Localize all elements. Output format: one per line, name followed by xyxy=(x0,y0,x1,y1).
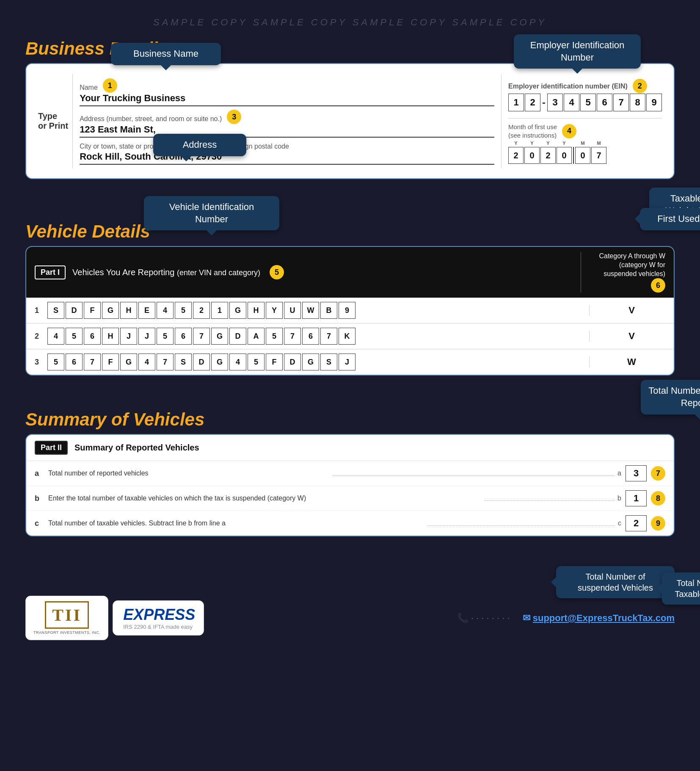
city-field-label: City or town, state or province, country… xyxy=(80,143,494,150)
month-m1: M 0 xyxy=(575,147,590,164)
first-used-tooltip: First Used Month xyxy=(640,208,700,230)
business-section: Business Details Employer Identification… xyxy=(25,39,675,179)
summary-section-title: Summary of Vehicles xyxy=(25,409,675,430)
city-value: Rock Hill, South Carolina, 29730 xyxy=(80,151,494,165)
summary-header: Part II Summary of Reported Vehicles xyxy=(26,435,674,461)
month-y4: Y 0 xyxy=(557,147,572,164)
line-b-value: 1 xyxy=(626,490,647,506)
address-tooltip-text: Address xyxy=(183,139,217,150)
vehicle-header-badge: 5 xyxy=(270,265,284,279)
ein-tooltip-text: Employer IdentificationNumber xyxy=(530,40,625,63)
express-logo-sub: IRS 2290 & IFTA made easy xyxy=(123,624,195,630)
business-form-card: Business Name Address First Used Month T… xyxy=(25,63,675,179)
month-y3: Y 2 xyxy=(540,147,556,164)
total-reported-tooltip-text: Total Number of VehiclesReported xyxy=(648,385,700,408)
line-b-dots xyxy=(484,496,614,501)
ein-boxes: 1 2 - 3 4 5 6 7 8 9 xyxy=(508,94,662,111)
ein-digit-4: 4 xyxy=(564,94,579,111)
address-value: 123 East Main St, xyxy=(80,124,494,138)
summary-header-text: Summary of Reported Vehicles xyxy=(74,443,199,453)
line-c-badge: 9 xyxy=(651,516,665,531)
vin-category-1: V xyxy=(589,305,674,316)
total-reported-tooltip: Total Number of VehiclesReported xyxy=(641,380,700,414)
month-badge: 4 xyxy=(562,124,576,138)
ein-digit-2: 2 xyxy=(525,94,540,111)
business-name-tooltip-text: Business Name xyxy=(133,48,198,59)
month-divider xyxy=(573,147,574,164)
ein-dash: - xyxy=(542,97,546,108)
tii-logo-border: TII xyxy=(45,601,89,629)
business-name-tooltip: Business Name xyxy=(111,43,221,65)
vin-category-3: W xyxy=(589,356,674,368)
suspended-tooltip-text: Total Number of suspended Vehicles xyxy=(578,572,653,592)
business-name-value: Your Trucking Business xyxy=(80,93,494,106)
line-b-box-group: b 1 8 xyxy=(617,490,665,506)
vin-row-num-3: 3 xyxy=(35,358,47,367)
ein-digit-7: 7 xyxy=(613,94,629,111)
part-i-badge: Part I xyxy=(35,265,66,279)
line-c-box-label: c xyxy=(618,520,621,527)
line-a-dots xyxy=(333,471,615,476)
summary-line-b: b Enter the total number of taxable vehi… xyxy=(26,486,674,511)
vehicle-form-card: Part I Vehicles You Are Reporting (enter… xyxy=(25,246,675,376)
summary-form-card: Part II Summary of Reported Vehicles a T… xyxy=(25,434,675,536)
vehicle-section: Vehicle Details Vehicle Identification N… xyxy=(25,221,675,376)
vin-tooltip: Vehicle Identification Number xyxy=(144,196,279,230)
footer-phone-icon: 📞 · · · · · · · · xyxy=(457,613,510,624)
ein-digit-5: 5 xyxy=(580,94,596,111)
vin-row-3: 3 5 6 7 F G 4 7 S D G 4 5 F D G xyxy=(26,349,674,375)
address-tooltip: Address xyxy=(153,134,246,156)
footer-contact: 📞 · · · · · · · · ✉ support@ExpressTruck… xyxy=(457,613,675,624)
line-b-badge: 8 xyxy=(651,491,665,506)
city-field-container: City or town, state or province, country… xyxy=(80,143,494,165)
summary-line-c: c Total number of taxable vehicles. Subt… xyxy=(26,511,674,536)
address-badge: 3 xyxy=(227,110,241,124)
tii-logo-text: TII xyxy=(52,605,82,625)
line-c-box-group: c 2 9 xyxy=(618,515,665,531)
month-field-container: Month of first use(see instructions) 4 Y… xyxy=(508,118,662,164)
line-a-badge: 7 xyxy=(651,466,665,481)
vin-chars-1: S D F G H E 4 5 2 1 G H Y U W B 9 xyxy=(47,302,589,319)
category-badge: 6 xyxy=(651,278,665,293)
business-main-fields: Name 1 Your Trucking Business Address (n… xyxy=(73,74,501,168)
footer-logos: TII TRANSPORT INVESTMENTS, INC. EXPRESS … xyxy=(25,596,204,640)
month-y1: Y 2 xyxy=(508,147,524,164)
line-c-dots xyxy=(427,521,615,526)
name-field-header: Name 1 xyxy=(80,78,494,93)
ein-digit-1: 1 xyxy=(508,94,524,111)
ein-field-header: Employer identification number (EIN) 2 xyxy=(508,78,662,94)
taxable-tooltip: Total Number ofTaxable Vehicles xyxy=(662,572,700,605)
month-boxes: Y 2 Y 0 Y 2 Y xyxy=(508,147,662,164)
address-field-label: Address (number, street, and room or sui… xyxy=(80,115,222,123)
line-c-value: 2 xyxy=(626,515,647,531)
tii-logo: TII TRANSPORT INVESTMENTS, INC. xyxy=(25,596,108,640)
ein-digit-6: 6 xyxy=(597,94,612,111)
vin-row-2: 2 4 5 6 H J J 5 6 7 G D A 5 7 6 xyxy=(26,323,674,349)
watermark-text: SAMPLE COPY SAMPLE COPY SAMPLE COPY SAMP… xyxy=(153,17,547,28)
vin-category-2: V xyxy=(589,331,674,342)
express-logo: EXPRESS IRS 2290 & IFTA made easy xyxy=(113,600,204,636)
ein-badge: 2 xyxy=(633,79,647,93)
ein-digit-9: 9 xyxy=(646,94,662,111)
vehicle-header-text: Vehicles You Are Reporting (enter VIN an… xyxy=(72,268,260,277)
first-used-tooltip-text: First Used Month xyxy=(657,213,700,224)
line-a-box-label: a xyxy=(617,470,621,477)
page-wrapper: SAMPLE COPY SAMPLE COPY SAMPLE COPY SAMP… xyxy=(0,0,700,771)
address-field-header: Address (number, street, and room or sui… xyxy=(80,110,494,124)
name-field-label: Name xyxy=(80,84,98,91)
line-b-text: Enter the total number of taxable vehicl… xyxy=(48,495,481,502)
line-c-text: Total number of taxable vehicles. Subtra… xyxy=(48,520,424,527)
line-b-box-label: b xyxy=(617,495,621,502)
vin-chars-2: 4 5 6 H J J 5 6 7 G D A 5 7 6 7 K xyxy=(47,328,589,345)
vin-row-num-1: 1 xyxy=(35,306,47,315)
vin-row-1: 1 S D F G H E 4 5 2 1 G H Y U W xyxy=(26,298,674,323)
line-b-letter: b xyxy=(35,494,45,503)
line-a-text: Total number of reported vehicles xyxy=(48,470,330,477)
ein-digit-8: 8 xyxy=(630,94,645,111)
summary-section: Summary of Vehicles Total Number of Vehi… xyxy=(25,409,675,536)
business-form-layout: Type or Print Name 1 Your Trucking Busin… xyxy=(38,74,662,168)
vin-chars-3: 5 6 7 F G 4 7 S D G 4 5 F D G S J xyxy=(47,354,589,370)
category-header: Category A through W(category W forsuspe… xyxy=(581,252,665,293)
ein-field-label: Employer identification number (EIN) xyxy=(508,83,628,90)
express-logo-text: EXPRESS xyxy=(123,606,195,624)
